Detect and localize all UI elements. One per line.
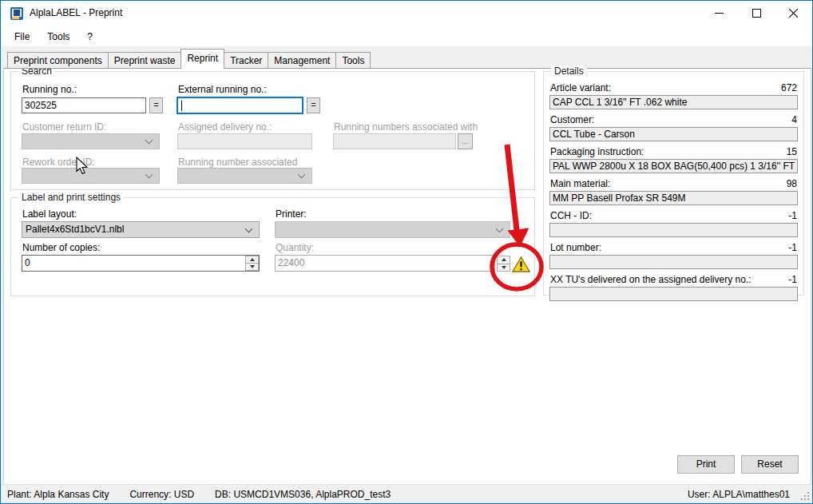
- detail-label: CCH - ID:: [550, 210, 592, 221]
- external-running-no-input[interactable]: [176, 97, 303, 114]
- minimize-button[interactable]: [701, 1, 737, 26]
- detail-label: Article variant:: [550, 82, 611, 93]
- assigned-delivery-no-label: Assigned delivery no.:: [178, 121, 272, 133]
- detail-value: [549, 255, 798, 269]
- detail-row-customer: Customer:4 CCL Tube - Carson: [549, 113, 798, 141]
- external-running-no-label: External running no.:: [178, 84, 267, 95]
- customer-return-id-label: Customer return ID:: [22, 121, 106, 133]
- detail-row-lot-number: Lot number:-1: [549, 241, 798, 269]
- close-button[interactable]: [775, 1, 811, 26]
- chevron-down-icon: [496, 224, 504, 232]
- details-group: Details Article variant:672 CAP CCL 1 3/…: [543, 71, 804, 296]
- running-numbers-associated-with-label: Running numbers associated with: [334, 121, 478, 133]
- label-layout-combobox[interactable]: Pallet4x6Std1bcV1.nlbl: [22, 221, 260, 238]
- detail-row-cch-id: CCH - ID:-1: [549, 209, 798, 237]
- tab-tracker[interactable]: Tracker: [224, 52, 268, 69]
- number-of-copies-spinner[interactable]: [245, 256, 259, 271]
- tab-preprint-waste[interactable]: Preprint waste: [108, 52, 182, 69]
- printer-combobox[interactable]: [275, 221, 510, 238]
- customer-return-id-combobox: [22, 133, 160, 149]
- status-user: User: ALPLA\matthes01: [688, 489, 790, 500]
- external-running-no-equals-button[interactable]: =: [307, 97, 320, 113]
- detail-id: 15: [787, 146, 797, 157]
- status-plant: Plant: Alpla Kansas City: [7, 489, 109, 500]
- detail-label: XX TU's delivered on the assigned delive…: [550, 274, 752, 285]
- status-db: DB: USMCD1VMS036, AlplaPROD_test3: [215, 489, 391, 500]
- detail-row-article-variant: Article variant:672 CAP CCL 1 3/16'' FT …: [549, 81, 798, 109]
- number-of-copies-label: Number of copies:: [22, 242, 100, 253]
- spin-down-icon[interactable]: [497, 264, 510, 272]
- reset-button[interactable]: Reset: [741, 455, 799, 474]
- window-title: AlplaLABEL - Preprint: [30, 7, 122, 18]
- tab-management[interactable]: Management: [268, 52, 336, 69]
- app-icon: [10, 6, 24, 21]
- menu-tools[interactable]: Tools: [38, 29, 78, 45]
- menu-bar: File Tools ?: [1, 26, 812, 46]
- detail-value: [549, 287, 798, 301]
- detail-id: 672: [781, 82, 797, 93]
- menu-help[interactable]: ?: [78, 29, 101, 45]
- detail-row-tus-delivered: XX TU's delivered on the assigned delive…: [549, 273, 798, 301]
- detail-id: -1: [788, 274, 797, 285]
- running-no-equals-button[interactable]: =: [149, 97, 163, 113]
- quantity-input: 22400: [275, 255, 495, 272]
- running-number-associated-label: Running number associated: [178, 157, 297, 168]
- detail-value: PAL WWP 2800u X 18 BOX BAG(50,400 pcs) 1…: [549, 159, 798, 173]
- detail-label: Main material:: [550, 178, 610, 189]
- number-of-copies-input[interactable]: 0: [22, 255, 260, 272]
- running-no-label: Running no.:: [22, 84, 77, 95]
- quantity-label: Quantity:: [276, 242, 314, 253]
- detail-id: -1: [788, 210, 797, 221]
- app-window: AlplaLABEL - Preprint File Tools ? Prepr…: [0, 0, 813, 504]
- chevron-down-icon: [145, 137, 153, 145]
- detail-value: CAP CCL 1 3/16'' FT .062 white: [549, 95, 798, 109]
- label-print-settings-title: Label and print settings: [18, 192, 124, 203]
- printer-label: Printer:: [276, 208, 307, 220]
- spin-down-icon[interactable]: [245, 264, 259, 271]
- detail-label: Customer:: [550, 114, 594, 125]
- detail-label: Lot number:: [550, 242, 601, 253]
- running-numbers-associated-with-input: [333, 133, 456, 149]
- label-layout-label: Label layout:: [22, 208, 77, 220]
- running-numbers-browse-button: ...: [458, 133, 473, 149]
- status-bar: Plant: Alpla Kansas City Currency: USD D…: [1, 484, 812, 503]
- chevron-down-icon: [245, 224, 253, 232]
- title-bar: AlplaLABEL - Preprint: [1, 1, 812, 26]
- chevron-down-icon: [298, 171, 306, 179]
- detail-value: CCL Tube - Carson: [549, 127, 798, 141]
- tab-preprint-components[interactable]: Preprint components: [7, 52, 109, 69]
- assigned-delivery-no-input: [177, 133, 312, 149]
- detail-value: MM PP Basell Profax SR 549M: [549, 191, 798, 205]
- text-caret: [181, 101, 182, 111]
- menu-file[interactable]: File: [6, 29, 38, 45]
- detail-label: Packaging instruction:: [550, 146, 644, 157]
- spin-up-icon[interactable]: [245, 256, 259, 264]
- detail-id: 4: [791, 114, 797, 125]
- warning-icon: [512, 256, 530, 272]
- running-no-input[interactable]: 302525: [22, 97, 146, 113]
- spin-up-icon[interactable]: [497, 256, 510, 264]
- detail-id: 98: [787, 178, 797, 189]
- detail-id: -1: [788, 242, 797, 253]
- rework-order-id-label: Rework order ID:: [22, 157, 95, 168]
- tab-strip: Preprint components Preprint waste Repri…: [7, 49, 370, 69]
- print-button[interactable]: Print: [677, 455, 735, 474]
- tab-tools[interactable]: Tools: [335, 52, 371, 69]
- status-currency: Currency: USD: [129, 489, 194, 500]
- resize-grip[interactable]: [800, 491, 811, 502]
- detail-row-main-material: Main material:98 MM PP Basell Profax SR …: [549, 177, 798, 205]
- running-number-associated-combobox: [177, 168, 312, 184]
- detail-row-packaging-instruction: Packaging instruction:15 PAL WWP 2800u X…: [549, 145, 798, 173]
- maximize-button[interactable]: [739, 1, 775, 26]
- rework-order-id-combobox: [22, 168, 160, 184]
- details-group-title: Details: [551, 65, 587, 77]
- tab-reprint[interactable]: Reprint: [180, 49, 224, 69]
- quantity-spinner[interactable]: [497, 256, 510, 272]
- chevron-down-icon: [145, 171, 153, 179]
- detail-value: [549, 223, 798, 237]
